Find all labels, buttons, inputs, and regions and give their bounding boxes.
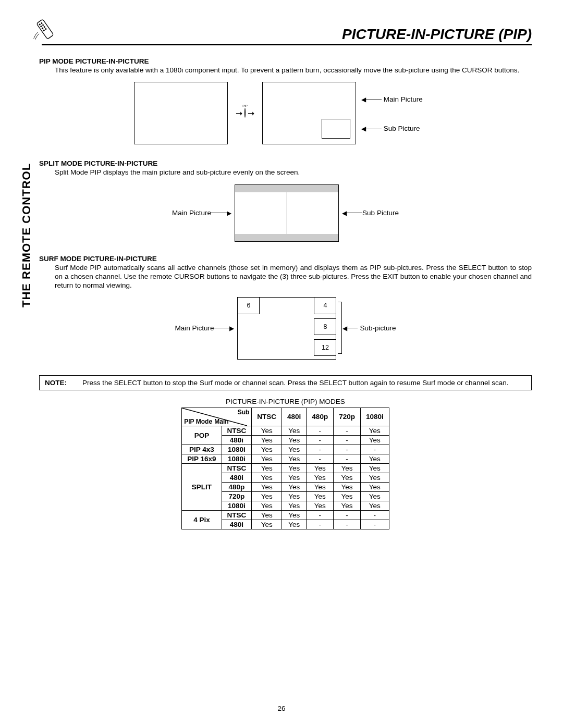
surf-channel: 6 <box>238 298 260 314</box>
pip-sub-label: Sub Picture <box>384 125 420 132</box>
main-cell: 720p <box>222 491 252 501</box>
pip-heading: PIP MODE PICTURE-IN-PICTURE <box>39 57 532 65</box>
col-header: 720p <box>334 408 361 426</box>
value-cell: Yes <box>307 491 334 501</box>
surf-sub-label: Sub-picture <box>360 324 396 332</box>
surf-body: Surf Mode PIP automatically scans all ac… <box>55 264 532 290</box>
table-row: SPLITNTSCYesYesYesYesYes <box>182 463 389 473</box>
value-cell: - <box>334 454 361 463</box>
mode-cell: 4 Pix <box>182 510 222 529</box>
main-cell: NTSC <box>222 426 252 435</box>
modes-table: Sub Main PIP Mode NTSC 480i 480p 720p 10… <box>181 408 389 529</box>
value-cell: - <box>360 510 389 520</box>
value-cell: Yes <box>252 491 282 501</box>
table-caption: PICTURE-IN-PICTURE (PIP) MODES <box>39 398 532 405</box>
value-cell: - <box>307 445 334 454</box>
note-label: NOTE: <box>45 379 67 387</box>
value-cell: Yes <box>334 463 361 473</box>
main-cell: 480i <box>222 473 252 482</box>
value-cell: Yes <box>360 426 389 435</box>
value-cell: Yes <box>334 501 361 510</box>
value-cell: Yes <box>360 482 389 491</box>
value-cell: Yes <box>334 482 361 491</box>
col-header: 480p <box>307 408 334 426</box>
right-arrow-icon: ▶ <box>227 209 231 217</box>
page-number: 26 <box>277 705 285 712</box>
main-cell: 1080i <box>222 501 252 510</box>
value-cell: Yes <box>252 445 282 454</box>
col-header: 1080i <box>360 408 389 426</box>
split-body: Split Mode PIP displays the main picture… <box>55 168 532 177</box>
value-cell: Yes <box>252 463 282 473</box>
corner-mode: PIP Mode <box>184 418 212 425</box>
table-row: 4 PixNTSCYesYes--- <box>182 510 389 520</box>
value-cell: - <box>334 520 361 529</box>
mode-cell: POP <box>182 426 222 445</box>
note-text: Press the SELECT button to stop the Surf… <box>82 379 526 387</box>
note-box: NOTE: Press the SELECT button to stop th… <box>39 375 532 390</box>
surf-channel: 4 <box>314 298 336 314</box>
mode-cell: PIP 4x3 <box>182 445 222 454</box>
pip-button-label: PIP <box>242 104 248 107</box>
value-cell: - <box>334 445 361 454</box>
value-cell: Yes <box>282 435 307 445</box>
value-cell: - <box>360 520 389 529</box>
value-cell: - <box>307 426 334 435</box>
main-cell: 480p <box>222 482 252 491</box>
split-diagram: Main Picture ▶ ◀ Sub Picture <box>39 184 532 242</box>
value-cell: Yes <box>252 473 282 482</box>
main-cell: 1080i <box>222 454 252 463</box>
value-cell: - <box>307 510 334 520</box>
value-cell: Yes <box>360 435 389 445</box>
col-header: 480i <box>282 408 307 426</box>
value-cell: Yes <box>282 510 307 520</box>
value-cell: Yes <box>252 435 282 445</box>
right-arrow-icon-2: ▶ <box>229 325 234 332</box>
pip-button-icon <box>244 108 246 118</box>
page-title: PICTURE-IN-PICTURE (PIP) <box>42 26 532 45</box>
split-sub-label: Sub Picture <box>362 209 399 217</box>
value-cell: Yes <box>360 463 389 473</box>
pip-diagram: ➞ PIP ➞ ◀ Main Picture <box>39 82 532 146</box>
surf-channel: 8 <box>314 318 336 335</box>
value-cell: Yes <box>334 473 361 482</box>
corner-main: Main <box>214 418 228 425</box>
value-cell: Yes <box>252 520 282 529</box>
split-heading: SPLIT MODE PICTURE-IN-PICTURE <box>39 159 532 167</box>
value-cell: Yes <box>282 426 307 435</box>
left-arrow-icon-2: ◀ <box>342 325 347 332</box>
value-cell: - <box>334 510 361 520</box>
value-cell: Yes <box>307 501 334 510</box>
value-cell: - <box>334 426 361 435</box>
surf-diagram: Main Picture ▶ 6 4 8 12 ◀ Sub-picture <box>39 297 532 360</box>
surf-channel: 12 <box>314 339 336 356</box>
value-cell: Yes <box>252 454 282 463</box>
table-row: PIP 16x91080iYesYes--Yes <box>182 454 389 463</box>
table-row: POPNTSCYesYes--Yes <box>182 426 389 435</box>
mode-cell: SPLIT <box>182 463 222 510</box>
corner-sub: Sub <box>238 409 250 416</box>
value-cell: - <box>334 435 361 445</box>
main-cell: 1080i <box>222 445 252 454</box>
split-main-label: Main Picture <box>172 209 211 217</box>
mode-cell: PIP 16x9 <box>182 454 222 463</box>
value-cell: Yes <box>252 510 282 520</box>
value-cell: Yes <box>282 501 307 510</box>
value-cell: Yes <box>360 454 389 463</box>
value-cell: Yes <box>282 520 307 529</box>
value-cell: - <box>360 445 389 454</box>
value-cell: Yes <box>282 491 307 501</box>
table-row: PIP 4x31080iYesYes--- <box>182 445 389 454</box>
surf-main-label: Main Picture <box>175 324 214 332</box>
main-cell: 480i <box>222 435 252 445</box>
value-cell: Yes <box>360 473 389 482</box>
value-cell: - <box>307 454 334 463</box>
value-cell: Yes <box>282 473 307 482</box>
value-cell: Yes <box>282 482 307 491</box>
main-arrow-icon: ◀ <box>361 96 366 103</box>
value-cell: - <box>307 435 334 445</box>
value-cell: Yes <box>252 482 282 491</box>
sub-arrow-icon: ◀ <box>361 125 366 132</box>
main-cell: NTSC <box>222 510 252 520</box>
value-cell: Yes <box>307 463 334 473</box>
